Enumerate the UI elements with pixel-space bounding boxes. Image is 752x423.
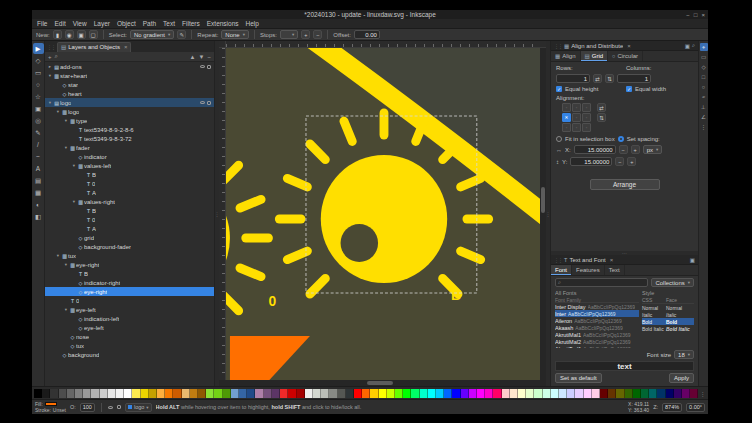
layer-row[interactable]: TB (45, 170, 214, 179)
rotation-input[interactable]: 0.00° (686, 403, 705, 412)
x-spacing-input[interactable]: 15.00000 (574, 145, 616, 154)
vertical-scrollbar-thumb[interactable] (541, 187, 545, 213)
palette-swatch[interactable] (534, 389, 542, 398)
palette-swatch[interactable] (116, 389, 124, 398)
drawing[interactable]: 0 B (226, 48, 540, 380)
opacity-input[interactable]: 100 (80, 403, 95, 412)
font-list-item[interactable]: AkaashAaBbCcIiPpQq12369 (555, 324, 639, 331)
palette-swatch[interactable] (633, 389, 641, 398)
palette-swatch[interactable] (91, 389, 99, 398)
vertical-ruler[interactable] (219, 48, 226, 380)
palette-swatch[interactable] (493, 389, 501, 398)
palette-swatch[interactable] (198, 389, 206, 398)
palette-swatch[interactable] (526, 389, 534, 398)
anchor-cell[interactable]: ◦ (572, 123, 581, 132)
anchor-cell[interactable]: ◦ (582, 113, 591, 122)
palette-swatch[interactable] (592, 389, 600, 398)
palette-swatch[interactable] (157, 389, 165, 398)
dock-icon[interactable]: ▣ (685, 43, 690, 49)
delete-layer-icon[interactable]: − (207, 54, 211, 60)
palette-swatch[interactable] (206, 389, 214, 398)
palette-swatch[interactable] (321, 389, 329, 398)
font-list-item[interactable]: InterAaBbCcIiPpQq12369 (555, 310, 639, 317)
bucket-tool[interactable]: ◧ (33, 211, 44, 222)
palette-swatch[interactable] (510, 389, 518, 398)
palette-swatch[interactable] (214, 389, 222, 398)
lock-icon[interactable] (207, 101, 211, 105)
palette-swatch[interactable] (379, 389, 387, 398)
layer-row[interactable]: ◇heart (45, 89, 214, 98)
palette-swatch[interactable] (625, 389, 633, 398)
palette-swatch[interactable] (436, 389, 444, 398)
gradient-stroke-icon[interactable]: ▢ (89, 30, 98, 39)
palette-swatch[interactable] (67, 389, 75, 398)
menu-help[interactable]: Help (246, 20, 259, 27)
tab-layers-and-objects[interactable]: ▤ Layers and Objects × (57, 42, 131, 52)
palette-swatch[interactable] (50, 389, 58, 398)
palette-swatch[interactable] (649, 389, 657, 398)
current-layer-dropdown[interactable]: logo ▾ (125, 403, 152, 412)
star-tool[interactable]: ☆ (33, 91, 44, 102)
palette-swatch[interactable] (616, 389, 624, 398)
menu-layer[interactable]: Layer (94, 20, 110, 27)
palette-swatch[interactable] (75, 389, 83, 398)
horizontal-scrollbar-thumb[interactable] (367, 381, 393, 385)
palette-swatch[interactable] (239, 389, 247, 398)
layer-row[interactable]: ◇indication-left (45, 314, 214, 323)
ruler-corner[interactable] (219, 41, 226, 48)
style-list-item[interactable]: ItalicItalic (642, 311, 694, 318)
close-icon[interactable]: × (701, 12, 705, 18)
palette-swatch[interactable] (247, 389, 255, 398)
palette-swatch[interactable] (141, 389, 149, 398)
palette-swatch[interactable] (297, 389, 305, 398)
palette-swatch[interactable] (477, 389, 485, 398)
layer-row[interactable]: T0 (45, 179, 214, 188)
layer-row[interactable]: ◇eye-right (45, 287, 214, 296)
palette-swatch[interactable] (461, 389, 469, 398)
font-list-item[interactable]: Inter DisplayAaBbCcIiPpQq12369 (555, 303, 639, 310)
palette-swatch[interactable] (305, 389, 313, 398)
palette-swatch[interactable] (485, 389, 493, 398)
layer-lock-icon[interactable] (117, 405, 121, 409)
palette-swatch[interactable] (666, 389, 674, 398)
text-tool[interactable]: A (33, 163, 44, 174)
palette-swatch[interactable] (444, 389, 452, 398)
style-list-item[interactable]: BoldBold (642, 318, 694, 325)
snap-enable-icon[interactable]: ⌖ (700, 43, 708, 51)
drag-handle-icon[interactable]: ⋮⋮ (47, 44, 55, 50)
layer-visibility-icon[interactable] (108, 406, 113, 409)
scale-label-b[interactable]: B (451, 287, 461, 303)
snap-paths-icon[interactable]: □ (700, 73, 708, 81)
gradient-tool[interactable]: ▤ (33, 175, 44, 186)
unit-dropdown[interactable]: px▾ (643, 145, 663, 154)
tab-text[interactable]: Text (605, 265, 625, 275)
layer-row[interactable]: ▾▥fader (45, 143, 214, 152)
y-spacing-input[interactable]: 15.00000 (570, 157, 612, 166)
add-layer-icon[interactable]: + (48, 54, 52, 60)
layer-row[interactable]: ◇indicator (45, 152, 214, 161)
eye-icon[interactable] (200, 101, 205, 104)
palette-swatch[interactable] (272, 389, 280, 398)
palette-swatch[interactable] (231, 389, 239, 398)
lock-icon[interactable] (207, 65, 211, 69)
layer-row[interactable]: ◇star (45, 80, 214, 89)
layer-row[interactable]: ▾▥eye-left (45, 305, 214, 314)
snap-centers-icon[interactable]: ○ (700, 83, 708, 91)
layer-row[interactable]: TB (45, 269, 214, 278)
tab-features[interactable]: Features (572, 265, 605, 275)
palette-swatch[interactable] (149, 389, 157, 398)
palette-swatch[interactable] (59, 389, 67, 398)
plus-icon[interactable]: + (627, 157, 636, 166)
snap-bbox-icon[interactable]: ▭ (700, 53, 708, 61)
palette-swatch[interactable] (124, 389, 132, 398)
palette-swatch[interactable] (132, 389, 140, 398)
repeat-dropdown[interactable]: None▾ (221, 30, 249, 39)
vertical-direction-icon[interactable]: ⇅ (597, 113, 606, 122)
fill-swatch[interactable] (45, 402, 57, 406)
layer-row[interactable]: ▾▤logo (45, 98, 214, 107)
palette-swatch[interactable] (108, 389, 116, 398)
maximize-icon[interactable]: □ (694, 12, 698, 18)
layer-row[interactable]: TB (45, 206, 214, 215)
insert-stop-icon[interactable]: + (301, 30, 310, 39)
set-as-default-button[interactable]: Set as default (555, 373, 602, 383)
